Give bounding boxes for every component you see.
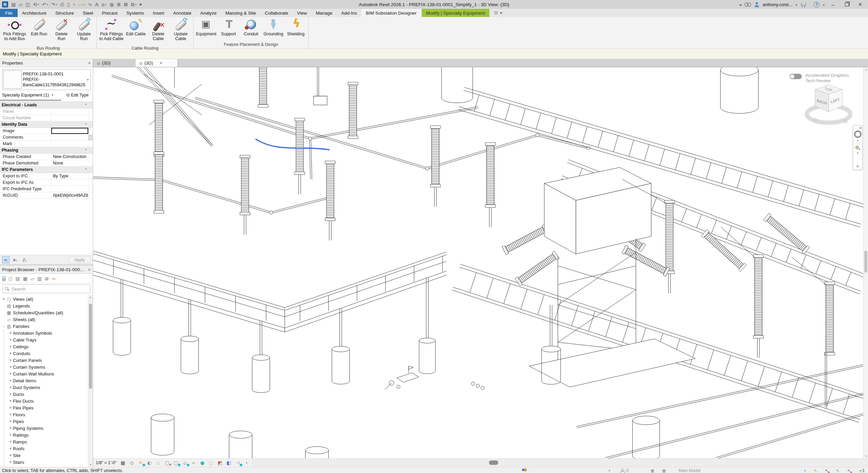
shadows-icon[interactable]: ◐ bbox=[146, 460, 152, 465]
tree-item-piping-systems[interactable]: +Piping Systems bbox=[0, 425, 88, 432]
tree-expander-icon[interactable]: + bbox=[8, 412, 13, 417]
tree-item-duct-systems[interactable]: +Duct Systems bbox=[0, 384, 88, 391]
file-menu-icon[interactable]: ▤ bbox=[11, 2, 16, 7]
type-selector-scrollbar[interactable] bbox=[0, 100, 61, 101]
legends-icon[interactable]: ▤ bbox=[16, 276, 20, 281]
thin-lines-icon[interactable]: ≣ bbox=[117, 2, 121, 7]
properties-close-icon[interactable] bbox=[88, 60, 91, 66]
tree-expander-icon[interactable]: + bbox=[8, 426, 13, 431]
ribbon-tab-precast[interactable]: Precast bbox=[97, 9, 122, 17]
ribbon-tab-view[interactable]: View bbox=[293, 9, 311, 17]
select-links-icon[interactable]: ↖ bbox=[814, 469, 817, 473]
ribbon-tab-structure[interactable]: Structure bbox=[51, 9, 78, 17]
tree-item-pipes[interactable]: +Pipes bbox=[0, 418, 88, 425]
tree-item-sheets-all[interactable]: ▱Sheets (all) bbox=[0, 316, 88, 323]
tree-item-floors[interactable]: +Floors bbox=[0, 411, 88, 418]
ruler-icon[interactable]: ▭▾ bbox=[78, 2, 85, 7]
groups-icon[interactable]: ⊞ bbox=[45, 276, 49, 281]
close-button[interactable] bbox=[855, 1, 865, 8]
temp-view-props-icon[interactable]: ◌ bbox=[208, 460, 214, 465]
tree-item-stairs[interactable]: +Stairs bbox=[0, 459, 88, 466]
collapse-chevron-icon[interactable]: ⌃ bbox=[85, 148, 87, 152]
ribbon-tab-manage[interactable]: Manage bbox=[311, 9, 337, 17]
tree-item-ducts[interactable]: +Ducts bbox=[0, 391, 88, 398]
ribbon-display-toggle[interactable] bbox=[494, 9, 503, 17]
property-value-circuit-number[interactable] bbox=[51, 115, 88, 121]
tree-item-families[interactable]: -▥Families bbox=[0, 323, 88, 330]
browse-button[interactable] bbox=[89, 135, 92, 140]
tree-expander-icon[interactable]: + bbox=[8, 392, 13, 397]
property-value-phase-demolished[interactable]: None bbox=[51, 160, 88, 166]
displacement-icon[interactable]: ◩ bbox=[217, 460, 223, 465]
ribbon-button-conduit[interactable]: Conduit bbox=[240, 17, 262, 41]
tree-item-flex-pipes[interactable]: +Flex Pipes bbox=[0, 404, 88, 411]
ribbon-tab-annotate[interactable]: Annotate bbox=[169, 9, 196, 17]
user-name[interactable]: anthony.conti... bbox=[763, 2, 792, 7]
temp-hide-icon[interactable]: ● bbox=[199, 460, 205, 465]
collapse-chevron-icon[interactable]: ⌃ bbox=[85, 103, 87, 107]
tree-item-site[interactable]: +Site bbox=[0, 452, 88, 459]
ribbon-button-grounding[interactable]: Grounding bbox=[262, 17, 285, 41]
tree-expander-icon[interactable]: + bbox=[8, 371, 13, 376]
tree-expander-icon[interactable]: + bbox=[1, 297, 6, 301]
collapse-chevron-icon[interactable]: ⌃ bbox=[85, 168, 87, 172]
steering-wheel-icon[interactable] bbox=[854, 130, 862, 138]
param-section-identity-data[interactable]: Identity Data⌃ bbox=[0, 121, 93, 128]
tree-expander-icon[interactable]: - bbox=[1, 324, 6, 329]
view-tab-2[interactable]: ⌂{3D}× bbox=[135, 59, 178, 67]
tree-expander-icon[interactable]: + bbox=[8, 446, 13, 451]
save-orientation-icon[interactable]: ⌂● bbox=[182, 460, 188, 465]
ribbon-button-pick-fittings-to-add-cable[interactable]: Pick Fittingsto Add Cable bbox=[98, 17, 125, 41]
default-3d-view-icon[interactable]: ⌂▾ bbox=[102, 2, 107, 7]
scroll-down-icon[interactable] bbox=[88, 463, 93, 466]
param-section-ifc-parameters[interactable]: IFC Parameters⌃ bbox=[0, 167, 93, 173]
ribbon-button-pick-fittings-to-add-bus[interactable]: Pick Fittingsto Add Bus bbox=[1, 17, 28, 41]
tree-expander-icon[interactable]: + bbox=[8, 405, 13, 410]
tab-close-icon[interactable]: × bbox=[160, 60, 163, 66]
ribbon-tab-file[interactable]: File bbox=[0, 9, 18, 17]
displace-elem-icon[interactable]: ◧ bbox=[226, 460, 232, 465]
search-help-icon[interactable] bbox=[745, 2, 751, 6]
detail-level-icon[interactable]: ▦ bbox=[120, 460, 126, 465]
ribbon-tab-systems[interactable]: Systems bbox=[122, 9, 148, 17]
worksharing-users-icon[interactable] bbox=[522, 467, 528, 473]
sort-za-icon[interactable] bbox=[21, 256, 29, 263]
tree-item-railings[interactable]: +Railings bbox=[0, 432, 88, 438]
wireframe-3d-model[interactable] bbox=[93, 67, 863, 458]
families-icon[interactable]: ▥ bbox=[37, 276, 42, 281]
canvas-vertical-scrollbar[interactable] bbox=[863, 67, 868, 458]
ribbon-button-update-run[interactable]: Update Run bbox=[73, 17, 95, 46]
tree-expander-icon[interactable]: + bbox=[8, 419, 13, 424]
view-scale[interactable]: 1/8" = 1'-0" bbox=[96, 460, 116, 465]
sort-az-icon[interactable] bbox=[12, 256, 19, 263]
render-icon[interactable]: ◍ bbox=[110, 2, 114, 7]
search-input[interactable] bbox=[11, 286, 88, 292]
revit-logo[interactable]: R bbox=[2, 1, 8, 7]
ribbon-tab-massing-site[interactable]: Massing & Site bbox=[221, 9, 260, 17]
worksets-icon[interactable] bbox=[651, 467, 654, 473]
edit-type-button[interactable]: Edit Type bbox=[65, 92, 91, 98]
redo-icon[interactable]: ↷▾ bbox=[51, 2, 57, 7]
back-arrow-icon[interactable] bbox=[739, 1, 741, 7]
sheets-icon[interactable]: ▱ bbox=[31, 276, 34, 281]
ribbon-tab-modify-specialty-equipment[interactable]: Modify | Specialty Equipment bbox=[422, 9, 490, 17]
view-cube[interactable]: N W TOP BACK LEFT bbox=[804, 83, 855, 125]
tree-expander-icon[interactable]: + bbox=[8, 331, 13, 335]
tree-expander-icon[interactable]: + bbox=[8, 337, 13, 342]
ribbon-button-equipment[interactable]: Equipment bbox=[195, 17, 217, 41]
drag-select-icon[interactable]: ↖× bbox=[847, 469, 851, 473]
scroll-up-icon[interactable] bbox=[864, 68, 868, 71]
canvas-horizontal-scrollbar[interactable] bbox=[252, 459, 868, 467]
tree-item-roofs[interactable]: +Roofs bbox=[0, 445, 88, 452]
toggle-switch-icon[interactable] bbox=[790, 74, 802, 79]
views-icon[interactable]: ◻ bbox=[8, 276, 13, 281]
tree-expander-icon[interactable]: + bbox=[8, 351, 13, 356]
user-menu-caret-icon[interactable] bbox=[796, 1, 797, 7]
store-cart-icon[interactable] bbox=[800, 2, 807, 7]
zoom-menu-caret-icon[interactable] bbox=[857, 152, 858, 155]
help-icon[interactable] bbox=[814, 2, 819, 7]
modify-doc-icon[interactable]: ▯ bbox=[67, 2, 70, 7]
constraints-icon[interactable]: ⊣● bbox=[235, 460, 241, 465]
apply-button[interactable]: Apply bbox=[69, 257, 91, 263]
measure-icon[interactable]: ⌖ bbox=[73, 2, 75, 7]
